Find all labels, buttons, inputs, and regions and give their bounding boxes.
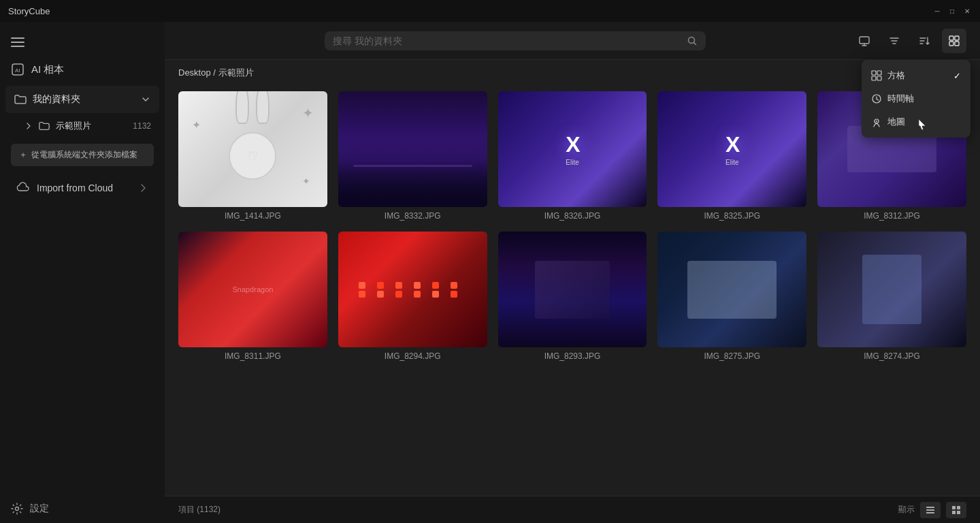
app-body: AI AI 相本 我的資料夾 [0,22,980,523]
photo-filename: IMG_8312.JPG [817,211,966,221]
photo-item[interactable]: X Elite IMG_8325.JPG [657,91,806,221]
app-title: StoryCube [8,6,50,16]
restore-button[interactable]: □ [947,6,957,16]
settings-item[interactable]: 設定 [0,494,165,523]
photo-filename: IMG_8274.JPG [817,351,966,361]
display-btn-2[interactable] [946,502,966,518]
svg-rect-1 [11,42,24,43]
photo-thumbnail: !? ✦ ✦ ✦ [178,91,327,207]
photo-filename: IMG_8326.JPG [498,211,647,221]
photo-thumbnail: X Elite [498,91,647,207]
folder-name: 示範照片 [56,120,91,132]
photo-item[interactable]: X Elite IMG_8326.JPG [498,91,647,221]
photo-item[interactable]: IMG_8293.JPG [498,232,647,361]
sidebar-menu-button[interactable] [5,30,30,54]
svg-rect-2 [11,46,24,47]
breadcrumb-path: Desktop / 示範照片 [178,67,254,78]
view-map-option[interactable]: 地圖 [862,110,970,133]
ai-album-label: AI 相本 [31,63,64,76]
close-button[interactable]: ✕ [962,6,972,16]
my-folder-label: 我的資料夾 [33,93,80,106]
photo-item[interactable]: Snapdragon IMG_8311.JPG [178,232,327,361]
filter-button[interactable] [882,29,906,53]
svg-rect-12 [926,507,934,508]
map-option-icon [871,116,882,127]
folder-icon [38,120,50,132]
view-dropdown-menu: 方格 ✓ 時間軸 地圖 [862,60,970,138]
view-timeline-option[interactable]: 時間軸 [862,87,970,110]
chevron-right-icon [24,122,33,130]
photo-filename: IMG_8294.JPG [338,351,487,361]
photo-item[interactable]: IMG_8274.JPG [817,232,966,361]
photo-thumbnail [338,91,487,207]
display-label: 顯示 [898,504,915,516]
svg-text:AI: AI [15,67,20,74]
settings-label: 設定 [30,503,49,515]
view-map-option-left: 地圖 [871,116,905,128]
svg-rect-15 [952,506,956,509]
folder-item-left: 示範照片 [24,120,91,132]
topbar-right [852,29,966,53]
add-files-label: 從電腦系統端文件夾添加檔案 [31,149,137,161]
view-timeline-label: 時間軸 [887,93,914,105]
photo-item[interactable]: IMG_8332.JPG [338,91,487,221]
view-timeline-option-left: 時間軸 [871,93,914,105]
plus-icon: ＋ [19,149,27,161]
chevron-right-small-icon [139,183,148,193]
search-box[interactable] [325,31,706,50]
hamburger-icon [11,35,24,49]
gear-icon [11,503,23,515]
add-files-button[interactable]: ＋ 從電腦系統端文件夾添加檔案 [11,144,154,166]
folder-item-sample[interactable]: 示範照片 1132 [5,114,159,138]
photo-thumbnail: X Elite [657,91,806,207]
view-grid-option[interactable]: 方格 ✓ [862,64,970,87]
import-cloud-label: Import from Cloud [37,183,113,193]
present-icon [858,35,870,47]
sidebar-item-ai-album[interactable]: AI AI 相本 [0,57,165,82]
list-icon [926,505,935,515]
svg-rect-10 [949,42,953,46]
svg-rect-21 [872,76,876,80]
svg-rect-13 [926,509,934,511]
photo-filename: IMG_1414.JPG [178,211,327,221]
view-grid-option-left: 方格 [871,69,905,82]
ai-icon: AI [11,63,24,76]
present-button[interactable] [852,29,877,53]
photo-row-1: !? ✦ ✦ ✦ IMG_1414.JPG [178,91,966,221]
photo-thumbnail: Snapdragon [178,232,327,347]
search-icon [687,35,698,46]
sidebar: AI AI 相本 我的資料夾 [0,22,165,523]
photo-item[interactable]: !? ✦ ✦ ✦ IMG_1414.JPG [178,91,327,221]
photo-item[interactable]: IMG_8275.JPG [657,232,806,361]
folder-count: 1132 [133,121,151,131]
view-toggle-button[interactable] [942,29,966,53]
sort-button[interactable] [912,29,936,53]
photo-thumbnail [338,232,487,347]
import-cloud-item[interactable]: Import from Cloud [5,174,159,202]
grid-option-icon [871,70,882,81]
photo-grid: !? ✦ ✦ ✦ IMG_1414.JPG [165,86,980,496]
display-btn-1[interactable] [920,502,941,518]
window-controls: ─ □ ✕ [932,6,972,16]
svg-rect-9 [955,36,959,40]
my-folder-header-left: 我的資料夾 [14,93,80,106]
minimize-button[interactable]: ─ [932,6,942,16]
items-count: 項目 (1132) [178,504,220,516]
grid-view-icon [948,35,960,47]
photo-filename: IMG_8332.JPG [338,211,487,221]
sort-icon [918,35,930,47]
cloud-icon [16,181,30,195]
svg-point-25 [876,121,877,122]
svg-rect-16 [957,506,960,509]
photo-filename: IMG_8275.JPG [657,351,806,361]
statusbar-right: 顯示 [898,502,966,518]
svg-rect-19 [872,71,876,75]
search-input[interactable] [333,35,681,46]
main-content: Desktop / 示範照片 [165,22,980,523]
statusbar: 項目 (1132) 顯示 [165,496,980,523]
filter-icon [888,35,900,47]
photo-item[interactable]: IMG_8294.JPG [338,232,487,361]
my-folder-section: 我的資料夾 示範照片 1132 [0,84,165,138]
svg-rect-7 [860,37,869,44]
my-folder-header[interactable]: 我的資料夾 [5,86,159,113]
